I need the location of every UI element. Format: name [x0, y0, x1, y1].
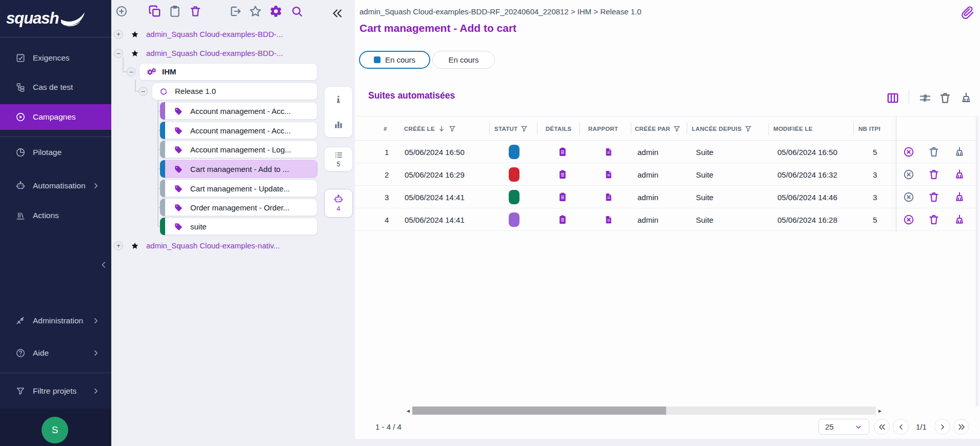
- collapse-panel-button[interactable]: [331, 7, 344, 20]
- scroll-left-arrow[interactable]: ◄: [404, 406, 412, 415]
- sidebar-item-filtre-projets[interactable]: Filtre projets: [0, 379, 111, 403]
- favorite-star-icon[interactable]: [131, 242, 139, 250]
- tree-project-label[interactable]: admin_Squash Cloud-examples-BDD-...: [146, 30, 283, 38]
- tree-paste-button[interactable]: [168, 5, 182, 20]
- column-header-creee-par[interactable]: CRÉÉE PAR: [635, 117, 681, 141]
- tree-project-label[interactable]: admin_Squash Cloud-examples-nativ...: [146, 241, 280, 250]
- sidebar-item-cas-de-test[interactable]: Cas de test: [0, 75, 111, 99]
- stop-execution-button[interactable]: [903, 141, 915, 163]
- user-avatar[interactable]: S: [42, 417, 68, 443]
- tree-campaign-release[interactable]: Release 1.0: [152, 83, 317, 100]
- tree-favorite-button[interactable]: [249, 5, 262, 20]
- squash-logo[interactable]: squash: [0, 0, 111, 37]
- page-size-select[interactable]: 25: [818, 419, 869, 435]
- tree-expander[interactable]: +: [114, 30, 123, 39]
- stop-execution-button[interactable]: [903, 163, 915, 186]
- table-row[interactable]: 4 05/06/2024 14:41 admin Suite 05/06/202…: [355, 208, 976, 231]
- table-row[interactable]: 2 05/06/2024 16:29 admin Suite 05/06/202…: [355, 163, 976, 186]
- table-row[interactable]: 1 05/06/2024 16:50 admin Suite 05/06/202…: [355, 141, 976, 163]
- sidebar-item-pilotage[interactable]: Pilotage: [0, 141, 111, 164]
- details-button[interactable]: [557, 208, 568, 231]
- sidebar-item-automatisation[interactable]: Automatisation: [0, 174, 111, 198]
- status-chip[interactable]: [509, 145, 519, 159]
- last-page-button[interactable]: [953, 419, 969, 435]
- status-chip[interactable]: [509, 212, 519, 227]
- delete-suites-button[interactable]: [938, 91, 952, 107]
- tree-expander[interactable]: –: [138, 87, 148, 96]
- sidebar-item-exigences[interactable]: Exigences: [0, 46, 111, 70]
- stop-execution-button[interactable]: [903, 208, 915, 231]
- report-button[interactable]: [604, 141, 613, 163]
- column-header-modifiee-le[interactable]: MODIFIÉE LE: [773, 117, 813, 141]
- report-button[interactable]: [604, 208, 613, 231]
- tree-export-button[interactable]: [229, 5, 242, 20]
- filter-funnel-icon[interactable]: [673, 125, 681, 133]
- filter-funnel-icon[interactable]: [520, 125, 528, 133]
- sort-desc-icon[interactable]: [437, 125, 446, 133]
- tab-en-cours[interactable]: En cours: [432, 51, 495, 69]
- delete-row-button[interactable]: [928, 163, 940, 186]
- column-header-rapport[interactable]: RAPPORT: [588, 117, 618, 141]
- tree-expander[interactable]: –: [114, 49, 123, 58]
- tree-delete-button[interactable]: [189, 5, 202, 20]
- columns-config-button[interactable]: [886, 91, 899, 107]
- next-page-button[interactable]: [934, 419, 950, 435]
- attachments-button[interactable]: [961, 6, 974, 22]
- scroll-right-arrow[interactable]: ►: [876, 406, 884, 415]
- tree-iteration-item[interactable]: suite: [160, 218, 317, 235]
- execution-settings-button[interactable]: [918, 91, 932, 107]
- sidebar-item-actions[interactable]: Actions: [0, 204, 111, 227]
- delete-row-button[interactable]: [928, 208, 940, 231]
- clean-row-button[interactable]: [953, 208, 966, 231]
- tab-en-cours-active[interactable]: En cours: [359, 51, 430, 69]
- horizontal-scrollbar-thumb[interactable]: [412, 406, 666, 415]
- side-tab-list[interactable]: 5: [324, 147, 353, 171]
- tree-settings-button[interactable]: [269, 5, 283, 20]
- details-button[interactable]: [557, 163, 568, 186]
- tree-iteration-item[interactable]: Account management - Acc...: [160, 122, 317, 139]
- stop-execution-button[interactable]: [903, 186, 915, 208]
- status-chip[interactable]: [509, 190, 519, 204]
- tree-expander[interactable]: +: [114, 241, 123, 250]
- tree-iteration-item[interactable]: Account management - Acc...: [160, 102, 317, 120]
- column-header-statut[interactable]: STATUT: [494, 117, 528, 141]
- details-button[interactable]: [557, 141, 568, 163]
- column-header-details[interactable]: DÉTAILS: [546, 117, 571, 141]
- column-header-nb-itpi[interactable]: NB ITPI: [858, 117, 881, 141]
- clean-row-button[interactable]: [953, 141, 966, 163]
- tree-copy-button[interactable]: [148, 5, 162, 20]
- tree-create-button[interactable]: [115, 5, 128, 20]
- previous-page-button[interactable]: [893, 419, 909, 435]
- column-header-num[interactable]: #: [384, 117, 387, 141]
- column-header-creee-le[interactable]: CRÉÉE LE: [404, 117, 456, 141]
- sidebar-item-aide[interactable]: Aide: [0, 341, 111, 365]
- sidebar-item-campagnes[interactable]: Campagnes: [0, 104, 111, 130]
- tree-iteration-item[interactable]: Cart management - Update...: [160, 180, 317, 197]
- delete-row-button[interactable]: [928, 141, 940, 163]
- status-chip[interactable]: [509, 167, 519, 182]
- clean-row-button[interactable]: [953, 163, 966, 186]
- tree-iteration-item-selected[interactable]: Cart management - Add to ...: [160, 160, 317, 178]
- sidebar-collapse-chevron[interactable]: [99, 260, 108, 269]
- clean-suites-button[interactable]: [959, 91, 973, 107]
- report-button[interactable]: [604, 163, 613, 186]
- tree-iteration-item[interactable]: Account management - Log...: [160, 141, 317, 158]
- table-row[interactable]: 3 05/06/2024 14:41 admin Suite 05/06/202…: [355, 186, 976, 208]
- sidebar-item-administration[interactable]: Administration: [0, 309, 111, 333]
- delete-row-button[interactable]: [928, 186, 940, 208]
- filter-funnel-icon[interactable]: [744, 125, 752, 133]
- first-page-button[interactable]: [874, 419, 890, 435]
- details-button[interactable]: [557, 186, 568, 208]
- breadcrumb[interactable]: admin_Squash Cloud-examples-BDD-RF_20240…: [359, 7, 642, 16]
- favorite-star-icon[interactable]: [131, 49, 139, 57]
- tree-expander[interactable]: –: [127, 67, 136, 76]
- clean-row-button[interactable]: [953, 186, 966, 208]
- tree-search-button[interactable]: [290, 5, 304, 20]
- report-button[interactable]: [604, 186, 613, 208]
- tree-iteration-item[interactable]: Order management - Order...: [160, 199, 317, 216]
- side-tab-automation[interactable]: 4: [324, 189, 353, 218]
- tree-folder-ihm[interactable]: IHM: [139, 63, 317, 81]
- filter-funnel-icon[interactable]: [448, 125, 456, 133]
- column-header-lancee-depuis[interactable]: LANCÉE DEPUIS: [692, 117, 752, 141]
- tree-project-label[interactable]: admin_Squash Cloud-examples-BDD-...: [146, 49, 283, 57]
